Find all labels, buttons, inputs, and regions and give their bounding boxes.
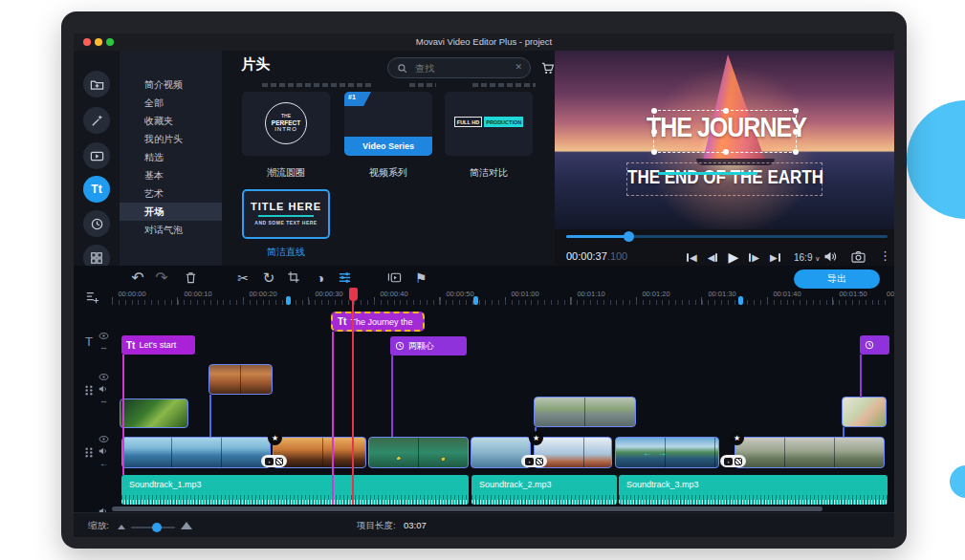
selection-handle[interactable]	[723, 149, 729, 155]
subtitle-selection-box[interactable]: THE END OF THE EARTH	[626, 162, 822, 196]
overlay-clip-motorcycle[interactable]	[534, 397, 636, 427]
volume-icon[interactable]	[823, 250, 838, 263]
template-card-simple-contrast[interactable]: FULL HD PRODUCTION	[445, 92, 533, 156]
category-artistic[interactable]: 艺术	[120, 184, 222, 203]
export-button[interactable]: 导出	[794, 269, 880, 289]
crop-button[interactable]	[287, 270, 304, 288]
template-label-selected[interactable]: 简洁直线	[242, 246, 330, 259]
timeline-marker[interactable]	[738, 296, 743, 305]
category-basic[interactable]: 基本	[120, 166, 222, 184]
video-clip-lake-mirror[interactable]: ← →	[615, 437, 719, 468]
selection-handle[interactable]	[793, 149, 799, 155]
speaker-icon[interactable]	[99, 446, 109, 456]
color-adjustments-button[interactable]: ◑	[312, 269, 329, 287]
category-favorites[interactable]: 收藏夹	[120, 112, 222, 130]
transition-badge[interactable]: ›	[720, 455, 746, 467]
snapshot-camera-icon[interactable]	[851, 250, 866, 263]
import-media-button[interactable]	[83, 71, 110, 97]
link-icon[interactable]: ↔	[99, 396, 108, 405]
seek-handle[interactable]	[624, 231, 634, 242]
back-arrow-icon[interactable]: ←	[99, 458, 109, 468]
next-frame-button[interactable]: ▶	[749, 252, 759, 263]
timeline-marker[interactable]	[286, 296, 291, 305]
transition-badge[interactable]: ›	[261, 455, 287, 467]
player-menu-icon[interactable]: ⋮	[879, 248, 891, 263]
selection-handle[interactable]	[651, 149, 657, 155]
title-clip-cropped[interactable]	[860, 335, 889, 355]
video-clip-hikers[interactable]	[735, 437, 885, 468]
search-box[interactable]: ✕	[387, 57, 531, 78]
transition-wizard-button[interactable]	[387, 270, 405, 288]
cart-icon[interactable]	[540, 61, 556, 75]
selection-handle[interactable]	[793, 129, 799, 135]
rotate-button[interactable]: ↻	[260, 269, 277, 287]
title-clip-the-journey-selected[interactable]: Tt The Journey the	[331, 312, 425, 332]
playhead-handle[interactable]	[349, 288, 358, 301]
clock-icon	[865, 340, 874, 350]
template-label[interactable]: 潮流圆圈	[242, 166, 330, 180]
transition-badge[interactable]: ›	[521, 455, 547, 467]
eye-icon[interactable]	[99, 332, 109, 340]
audio-clip-soundtrack-3[interactable]: Soundtrack_3.mp3	[619, 475, 888, 505]
titles-button[interactable]: Tt	[83, 176, 110, 203]
title-selection-box[interactable]: THE JOURNEY	[653, 110, 797, 153]
preview-video[interactable]: THE END OF THE EARTH THE JOURNEY	[555, 51, 894, 229]
eye-icon[interactable]	[99, 373, 109, 381]
delete-clip-button[interactable]	[184, 270, 201, 288]
play-button[interactable]: ▶	[728, 249, 738, 265]
title-clip-two-hearts[interactable]: 两颗心	[390, 336, 467, 355]
template-card-simple-line-selected[interactable]: TITLE HERE AND SOME TEXT HERE	[242, 189, 330, 239]
link-icon[interactable]: ↔	[99, 342, 108, 352]
timeline-marker[interactable]	[473, 296, 478, 305]
template-label[interactable]: 视频系列	[344, 166, 432, 180]
stickers-button[interactable]	[83, 210, 110, 237]
audio-clip-soundtrack-1[interactable]: Soundtrack_1.mp3	[121, 475, 469, 505]
filters-button[interactable]	[83, 107, 110, 134]
audio-clip-soundtrack-2[interactable]: Soundtrack_2.mp3	[472, 475, 617, 505]
title-clip-lets-start[interactable]: Tt Let's start	[121, 335, 195, 355]
eye-icon[interactable]	[99, 435, 109, 443]
speaker-icon[interactable]	[99, 384, 109, 394]
category-my-titles[interactable]: 我的片头	[120, 130, 222, 148]
category-featured[interactable]: 精选	[120, 148, 222, 166]
overlay-clip-party[interactable]	[208, 364, 273, 395]
timeline-horizontal-scrollbar[interactable]	[112, 506, 822, 511]
selection-handle[interactable]	[651, 129, 657, 135]
skip-to-start-button[interactable]: ◀	[687, 252, 697, 263]
favorite-star-badge: ★	[268, 431, 282, 445]
ruler-minor-ticks[interactable]	[112, 300, 888, 305]
split-scissors-button[interactable]: ✂	[234, 269, 252, 287]
redo-button[interactable]: ↷	[153, 269, 170, 287]
category-all[interactable]: 全部	[120, 94, 222, 112]
zoom-label: 缩放:	[88, 520, 109, 532]
video-clip-sea[interactable]	[121, 437, 271, 468]
search-clear-icon[interactable]: ✕	[515, 62, 522, 72]
category-speech-bubbles[interactable]: 对话气泡	[120, 221, 222, 239]
category-intro-videos[interactable]: 简介视频	[120, 75, 222, 94]
template-card-video-series[interactable]: #1 Video Series	[344, 92, 432, 156]
marker-flag-button[interactable]: ⚑	[412, 269, 429, 287]
aspect-ratio-select[interactable]: 16:9 ∨	[794, 252, 820, 263]
category-opening[interactable]: 开场	[120, 203, 222, 221]
zoom-out-button[interactable]	[118, 525, 125, 529]
undo-button[interactable]: ↶	[129, 269, 146, 287]
zoom-in-button[interactable]	[181, 522, 192, 529]
clip-properties-button[interactable]	[338, 270, 355, 288]
previous-frame-button[interactable]: ◀	[708, 252, 718, 263]
template-label[interactable]: 简洁对比	[445, 166, 533, 180]
transitions-button[interactable]	[83, 142, 110, 169]
search-input[interactable]	[415, 60, 506, 75]
cropped-template-names	[262, 83, 373, 87]
overlay-clip-green-mountains[interactable]	[120, 398, 188, 428]
playhead-line[interactable]	[352, 301, 354, 505]
selection-handle[interactable]	[651, 108, 657, 114]
overlay-clip-selfie[interactable]	[842, 397, 887, 427]
seek-bar[interactable]	[566, 235, 888, 238]
selection-handle[interactable]	[723, 108, 729, 114]
zoom-slider-handle[interactable]	[152, 523, 162, 532]
add-track-icon[interactable]	[85, 291, 100, 304]
template-card-trendy-circle[interactable]: THE PERFECT INTRO	[242, 92, 330, 156]
selection-handle[interactable]	[793, 108, 799, 114]
video-clip-kayaks[interactable]	[368, 437, 469, 468]
skip-to-end-button[interactable]: ▶	[770, 252, 780, 263]
